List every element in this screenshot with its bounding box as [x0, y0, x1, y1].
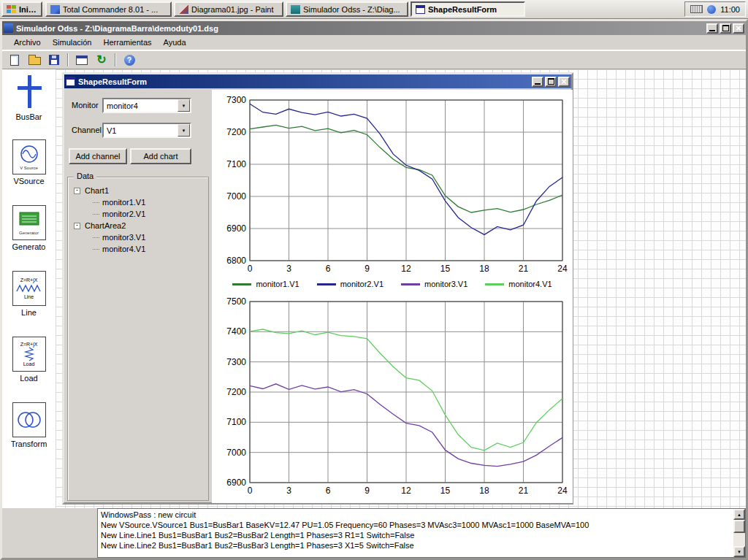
palette-item-transformer[interactable]: Transform	[2, 402, 56, 448]
channel-label: Channel	[72, 126, 102, 134]
clock: 11:00	[720, 5, 740, 14]
desktop-screen: Inicio Total Commander 8.01 - ... Diagra…	[0, 0, 748, 560]
chart-legend: monitor1.V1 monitor2.V1 monitor3.V1	[212, 277, 573, 291]
data-groupbox: Data Chart1 monitor1.V1 monitor2.V1 Char…	[67, 177, 209, 501]
svg-text:7000: 7000	[226, 191, 246, 202]
vsource-icon: V Source	[12, 139, 46, 174]
log-line: New VSource.VSource1 Bus1=BusBar1 BaseKV…	[101, 520, 732, 530]
result-form-button[interactable]	[73, 52, 91, 68]
toolbar: ↻	[2, 50, 746, 69]
svg-text:7400: 7400	[226, 326, 246, 337]
tree-leaf-monitor3v1[interactable]: monitor3.V1	[71, 231, 205, 243]
new-file-button[interactable]	[6, 52, 23, 68]
tree-leaf-monitor2v1[interactable]: monitor2.V1	[71, 208, 205, 220]
svg-text:3: 3	[286, 486, 291, 496]
svg-text:3: 3	[286, 264, 291, 274]
svg-text:12: 12	[401, 264, 411, 274]
main-titlebar[interactable]: Simulador Odss - Z:\DiagramaBarra\demodu…	[2, 21, 746, 35]
toolbar-separator	[115, 53, 116, 66]
svg-text:7500: 7500	[226, 296, 246, 307]
palette-item-vsource[interactable]: V Source VSource	[2, 139, 56, 185]
legend-swatch-monitor4	[485, 283, 504, 285]
svg-text:7200: 7200	[226, 127, 246, 137]
form-window-icon	[76, 55, 88, 65]
menu-archivo[interactable]: Archivo	[8, 36, 47, 49]
app-icon	[4, 23, 13, 33]
monitor-select[interactable]: monitor4	[102, 98, 191, 113]
palette-item-busbar[interactable]: BusBar	[2, 74, 56, 121]
legend-item: monitor4.V1	[485, 280, 552, 288]
save-button[interactable]	[45, 52, 63, 68]
legend-item: monitor3.V1	[401, 280, 468, 288]
svg-text:15: 15	[440, 486, 451, 496]
taskbar-task-paint[interactable]: Diagrama01.jpg - Paint	[174, 1, 283, 17]
tree-leaf-monitor1v1[interactable]: monitor1.V1	[71, 196, 205, 208]
taskbar-task-simulador[interactable]: Simulador Odss - Z:\Diag...	[286, 1, 408, 17]
svg-text:6: 6	[326, 486, 331, 496]
monitor-value: monitor4	[104, 99, 178, 112]
channel-select[interactable]: V1	[102, 123, 191, 138]
load-icon: Z=R+jX Load	[12, 337, 46, 372]
toolbar-separator	[67, 53, 69, 66]
tree-expander-icon[interactable]	[74, 223, 80, 229]
minimize-button[interactable]	[706, 23, 718, 34]
form-titlebar[interactable]: ShapeResultForm	[64, 74, 571, 88]
svg-text:9: 9	[365, 264, 370, 274]
svg-text:6900: 6900	[226, 477, 246, 488]
menu-herramientas[interactable]: Herramientas	[98, 36, 158, 49]
svg-text:12: 12	[401, 486, 411, 496]
log-scrollbar[interactable]	[733, 509, 745, 557]
svg-text:7200: 7200	[226, 387, 246, 397]
open-folder-icon	[28, 57, 41, 65]
keyboard-layout-icon[interactable]	[690, 5, 703, 13]
palette-item-generator[interactable]: Generator Generato	[2, 205, 56, 251]
component-palette: BusBar V Source VSource	[2, 69, 56, 508]
scroll-down-icon[interactable]	[733, 546, 745, 557]
simulador-odss-window: Simulador Odss - Z:\DiagramaBarra\demodu…	[0, 19, 748, 560]
taskbar-task-shaperesultform[interactable]: ShapeResultForm	[411, 1, 525, 17]
palette-item-load[interactable]: Z=R+jX Load Load	[2, 337, 56, 383]
tree-node-chartarea2[interactable]: ChartArea2	[71, 220, 205, 231]
svg-text:6800: 6800	[226, 256, 246, 266]
menu-ayuda[interactable]: Ayuda	[158, 36, 192, 49]
form-maximize-button[interactable]	[545, 77, 557, 87]
svg-text:24: 24	[557, 264, 568, 274]
form-minimize-button[interactable]	[532, 77, 543, 87]
tree-node-chart1[interactable]: Chart1	[71, 185, 205, 196]
svg-text:6: 6	[326, 264, 331, 274]
dropdown-arrow-icon[interactable]	[178, 124, 190, 137]
legend-swatch-monitor2	[317, 283, 336, 285]
paint-icon	[179, 5, 188, 14]
data-group-label: Data	[74, 172, 96, 180]
menu-bar: Archivo Simulación Herramientas Ayuda	[2, 35, 746, 50]
line-icon: Z=R+jX Line	[12, 271, 46, 306]
help-button[interactable]	[121, 52, 138, 68]
svg-text:9: 9	[365, 486, 370, 496]
add-chart-button[interactable]: Add chart	[130, 148, 191, 164]
taskbar-task-total-commander[interactable]: Total Commander 8.01 - ...	[45, 1, 172, 17]
close-button[interactable]	[733, 23, 744, 34]
start-button[interactable]: Inicio	[1, 1, 42, 17]
open-file-button[interactable]	[26, 52, 43, 68]
shaperesultform-window: ShapeResultForm Monitor monitor4 Channel…	[62, 72, 573, 505]
run-icon: ↻	[96, 54, 106, 66]
scroll-up-icon[interactable]	[733, 509, 745, 520]
scrollbar-thumb[interactable]	[733, 520, 745, 533]
tree-leaf-monitor4v1[interactable]: monitor4.V1	[71, 243, 205, 255]
run-simulation-button[interactable]: ↻	[93, 52, 110, 68]
svg-text:0: 0	[248, 486, 253, 496]
generator-icon: Generator	[12, 205, 46, 240]
log-line: New Line.Line2 Bus1=BusBar1 Bus2=BusBar3…	[101, 540, 732, 551]
transformer-icon	[12, 402, 46, 437]
form-close-button[interactable]	[558, 77, 570, 87]
log-line: WindowsPass : new circuit	[101, 510, 732, 520]
tree-expander-icon[interactable]	[74, 188, 80, 194]
add-channel-button[interactable]: Add channel	[69, 148, 127, 164]
menu-simulacion[interactable]: Simulación	[47, 36, 98, 49]
form-title: ShapeResultForm	[75, 77, 532, 86]
svg-text:7000: 7000	[226, 448, 246, 458]
tray-app-icon[interactable]	[707, 5, 716, 14]
maximize-button[interactable]	[720, 23, 731, 34]
palette-item-line[interactable]: Z=R+jX Line Line	[2, 271, 56, 317]
dropdown-arrow-icon[interactable]	[178, 99, 190, 112]
